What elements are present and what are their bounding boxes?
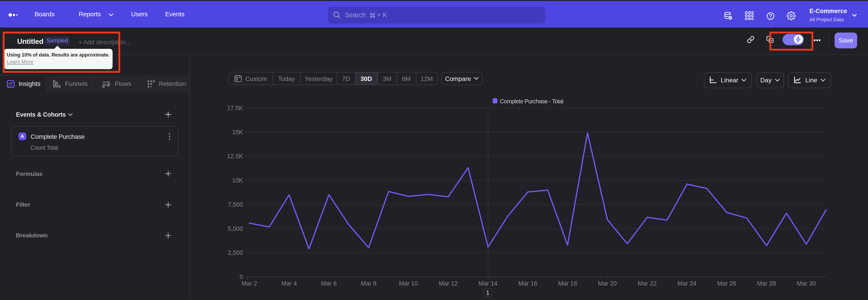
svg-text:Mar 14: Mar 14 (478, 280, 498, 287)
svg-text:15K: 15K (232, 129, 243, 136)
svg-text:Mar 28: Mar 28 (757, 280, 776, 287)
svg-text:Complete Purchase - Total: Complete Purchase - Total (500, 98, 563, 105)
svg-text:10K: 10K (232, 177, 243, 184)
svg-text:Mar 30: Mar 30 (797, 280, 816, 287)
svg-text:Mar 18: Mar 18 (558, 280, 577, 287)
svg-text:Mar 10: Mar 10 (399, 280, 418, 287)
svg-text:Mar 12: Mar 12 (439, 280, 458, 287)
svg-text:2,500: 2,500 (228, 249, 243, 256)
svg-text:7,500: 7,500 (228, 201, 243, 208)
svg-text:5,000: 5,000 (228, 226, 243, 232)
svg-text:Mar 4: Mar 4 (281, 280, 297, 287)
svg-text:17.5K: 17.5K (227, 105, 243, 112)
svg-text:Mar 16: Mar 16 (518, 280, 537, 287)
svg-text:0: 0 (240, 274, 243, 280)
svg-text:Mar 22: Mar 22 (638, 280, 657, 287)
svg-text:Mar 26: Mar 26 (717, 280, 736, 287)
svg-text:Mar 6: Mar 6 (321, 280, 337, 287)
svg-text:Mar 24: Mar 24 (677, 280, 696, 287)
svg-text:12.5K: 12.5K (227, 153, 243, 160)
svg-text:Mar 2: Mar 2 (241, 280, 257, 287)
svg-text:Mar 20: Mar 20 (598, 280, 617, 287)
svg-text:Mar 8: Mar 8 (361, 280, 376, 287)
